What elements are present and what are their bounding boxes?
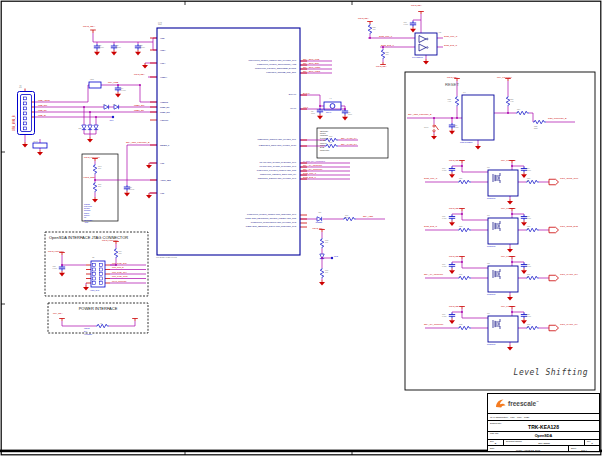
net-label: SDA_SPI0_MISO [303,70,320,73]
title-block-date-row: Date: Friday, August 23, 2013 Sheet 2 of… [488,446,599,452]
pubi-label: PUBI: [522,416,529,418]
net-label: EXTAL [303,92,310,95]
shifter-ic-1 [488,170,518,196]
net-label: U5 [439,31,442,34]
net-label: SWD_CLK_T [303,172,316,175]
net-label: PTC2/ADC0_SE4b/CMP1_IN0/SPI0_PCS2/UART1_… [178,217,296,219]
net-label: TGT_RST_B [112,266,124,268]
net-label: R34 10K [119,250,122,254]
net-label: D5 [113,103,115,105]
net-label: P3V3_SDA [449,305,460,308]
net-label: P5V_SDA [53,312,63,315]
net-label: SDA_RX_TGTMCU [424,323,443,326]
net-label: VREGIN [160,101,168,103]
net-label: SWD_CLK_C [424,177,437,180]
net-label: P3V3_SDA [449,159,460,162]
net-label: SDA_UART_TX [341,137,357,140]
net-label: L1 [100,322,102,324]
net-label: C4 4.7uF [121,87,126,91]
jtag-header [91,261,105,287]
sheet-value: 2 of 4 [569,449,599,451]
doc-cell: Document Number SPF-28588 [504,440,585,446]
net-label: USB0_DM [160,111,170,113]
reset-title: RESET [445,83,459,88]
net-label: USB0_DM [134,104,144,107]
net-label: R33 33 [527,323,530,327]
net-label: U9 [487,312,490,314]
net-label: U8 [487,262,490,264]
fcp-label: FCP: [508,416,515,418]
net-label: SDA_RST_TGTMCU_B [126,141,149,144]
schematic-artwork [0,0,602,456]
ref-c1: C1 0.1uF [99,44,104,48]
net-label: SWD_DIO_C [424,225,437,228]
net-label: P3V3_SDA [447,76,458,79]
net-label: R28 0 [459,225,462,229]
net-label: PTC6/LLWU_P10/SPI0_SOUT/PDB0_EXTRG [178,67,296,69]
date-value: Friday, August 23, 2013 [488,449,568,451]
net-label: USB_VBUS [38,99,50,102]
port-swd-clk: TGT_SWD_CLK [560,178,578,181]
net-label: P5V_TGTMCU [501,159,516,162]
net-label: P5V_USB [108,81,118,84]
net-label: R26 0 [459,177,462,181]
net-label: PTC7/SPI0_SIN/USB_SOF_OUT [178,71,296,73]
note-power: Input 5V voltage [84,328,92,337]
net-label: SDA_LED [363,215,373,218]
title-block: freescale™ ICAP Classification: FCP: FIU… [487,393,600,452]
fiul-label: FIUL: [515,416,522,418]
net-label: C13 0.1uF [442,167,447,171]
ferrite-fb1 [89,82,101,88]
net-label: D4 [103,103,105,105]
net-label: R24 0 [517,108,520,112]
net-label: C9 10pF [348,111,352,115]
usb-ref: J1 [19,87,22,90]
net-label: R21 10K [386,51,389,55]
net-label: U7 [487,214,490,216]
net-label: SH1 [34,140,38,142]
trademark-mark: ™ [536,401,539,404]
net-label: R16 0 [329,141,332,145]
net-label: USB0_DP [160,106,169,108]
shifter-ic-2 [488,218,518,244]
ref-c2: C2 0.1uF [116,44,121,48]
port-uart-rx: TGT_UART_RX [560,274,578,277]
net-label: PTD4/LLWU_P14/SPI1_PCS0/UART0_RTS [178,169,296,171]
freescale-logo-text: freescale™ [508,400,539,407]
net-label: SDA_TX_TGTMCU [303,164,322,167]
net-label: P5V_TGTMCU [501,207,516,210]
net-label: VOUT33 [160,119,168,121]
net-label: SW1 [424,126,428,128]
title-block-icap-row: ICAP Classification: FCP: FIUL: PUBI: [488,414,599,421]
net-label: PTB16/SPI1_SOUT/UART0_RX/TSI0_CH9 [178,138,296,140]
net-label: PTC3/LLWU_P7/CLKOUT/UART1_RX/FTM0_CH2 [178,221,296,223]
net-label: SDA_SPI0_MOSI [303,66,320,69]
net-label: HDR_2X5 [90,289,99,291]
net-label: XTAL0 [178,107,296,109]
net-label: C7 0.1uF [130,186,135,190]
buffer-ic [415,33,437,55]
reset-switch[interactable] [433,125,439,132]
net-label: U4 [463,91,466,94]
net-label: P3V3_SDA [376,65,387,68]
net-label: C20 0.1uF [527,313,532,317]
schematic-sheet: P3V3_SDAC1 0.1uFC2 0.1uFC3 0.1uFP3V3_SDA… [0,0,602,456]
usb-connector [18,82,102,148]
net-label: PTD6/LLWU_P15/SPI1_SIN/UART0_RX [178,173,296,175]
net-label: P3V3_TGTMCU [102,239,118,242]
net-label: PTB17/SPI1_SIN/UART0_TX/TSI0_CH10 [178,144,296,146]
net-label: PTA1/UART0_RX/TSI0_CH2/FTM0_CH6 [178,161,296,163]
ref-c3: C3 0.1uF [140,44,145,48]
net-label: EXTAL0 [178,93,296,95]
net-label: SWD_DIO_T [303,176,316,179]
net-label: P5V_TGTMCU [501,305,516,308]
net-label: SDA_TX_TGTMCU [424,273,443,276]
net-label: 74LVC2G07 [412,56,423,58]
net-label: NTS0101 [487,197,495,199]
net-label: R15 0 [329,135,332,139]
title-block-drawing-row: Drawing Title: TRK-KEA128 [488,421,599,432]
net-label: R19 10K [325,269,328,273]
net-label: USB0_DP [134,109,144,112]
net-label: TGT_SWD_SWO [112,275,128,277]
size-value: B [488,442,503,444]
